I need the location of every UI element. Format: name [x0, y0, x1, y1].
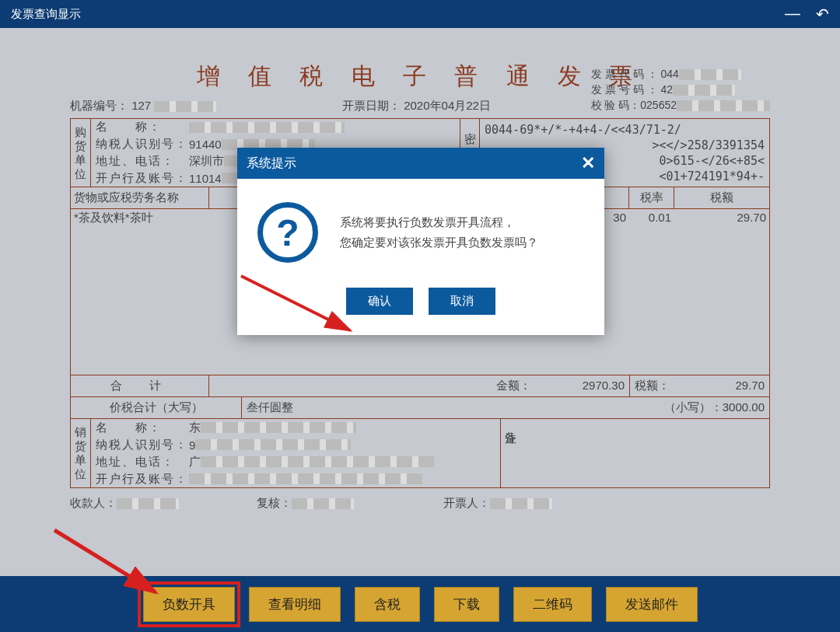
item-tax: 29.70 [674, 209, 769, 227]
seller-name-label: 名 称： [96, 421, 189, 435]
col-rate: 税率 [629, 187, 674, 208]
total-small-value: 3000.00 [723, 400, 765, 414]
seller-bank-label: 开户行及账号： [96, 472, 189, 487]
download-button[interactable]: 下载 [434, 587, 499, 622]
buyer-side: 购货单位 [71, 119, 91, 187]
total-cn: 叁仟圆整 [242, 397, 567, 418]
item-rate: 0.01 [629, 209, 674, 227]
dialog-line2: 您确定要对该张发票开具负数发票吗？ [340, 232, 538, 253]
num-value: 42 [661, 83, 674, 96]
sum-tax: 29.70 [674, 375, 769, 396]
tax-button[interactable]: 含税 [355, 587, 420, 622]
dialog-line1: 系统将要执行负数发票开具流程， [340, 212, 538, 232]
code-label: 发票代码： [591, 68, 661, 80]
qrcode-button[interactable]: 二维码 [513, 587, 592, 622]
date-label: 开票日期： [342, 99, 401, 112]
seller-addr-label: 地址、电话： [96, 455, 189, 470]
cancel-button[interactable]: 取消 [429, 288, 495, 315]
review-label: 复核： [257, 496, 292, 509]
total-small-label: （小写）： [664, 400, 723, 414]
view-detail-button[interactable]: 查看明细 [249, 587, 341, 622]
footer-bar: 负数开具 查看明细 含税 下载 二维码 发送邮件 [0, 576, 840, 632]
back-icon[interactable]: ↶ [816, 5, 829, 23]
dialog-title: 系统提示 [247, 155, 296, 172]
close-icon[interactable]: ✕ [581, 153, 595, 173]
machine-value: 127 [131, 99, 151, 112]
buyer-addr-label: 地址、电话： [96, 154, 189, 169]
sum-amount-label: 金额： [496, 379, 531, 392]
note-label: 备注 [500, 419, 520, 487]
payee-label: 收款人： [70, 496, 117, 509]
titlebar: 发票查询显示 — ↶ [0, 0, 840, 28]
code-value: 044 [661, 68, 679, 80]
check-label: 校 验 码： [591, 99, 641, 111]
window-title: 发票查询显示 [11, 7, 785, 22]
confirm-button[interactable]: 确认 [346, 288, 413, 315]
buyer-name-label: 名 称： [96, 120, 189, 134]
system-dialog: 系统提示 ✕ ? 系统将要执行负数发票开具流程， 您确定要对该张发票开具负数发票… [237, 148, 604, 335]
sum-amount: 2970.30 [536, 375, 629, 396]
col-tax: 税额 [674, 187, 769, 208]
send-mail-button[interactable]: 发送邮件 [606, 587, 698, 622]
buyer-bank-value: 11014 [189, 172, 222, 185]
buyer-addr-value: 深圳市 [189, 154, 224, 169]
negative-issue-button[interactable]: 负数开具 [143, 587, 235, 622]
col-name: 货物或应税劳务名称 [71, 187, 209, 208]
buyer-taxno-label: 纳税人识别号： [96, 137, 189, 152]
date-value: 2020年04月22日 [404, 99, 491, 112]
buyer-taxno-value: 91440 [189, 138, 222, 151]
seller-side: 销货单位 [71, 419, 91, 487]
question-icon: ? [257, 202, 318, 263]
minimize-icon[interactable]: — [785, 5, 800, 23]
sum-tax-label: 税额： [629, 375, 674, 396]
seller-taxno-label: 纳税人识别号： [96, 438, 189, 452]
buyer-bank-label: 开户行及账号： [96, 171, 189, 186]
meta-row: 机器编号： 127 开票日期： 2020年04月22日 发票代码：044 发票号… [70, 99, 770, 113]
num-label: 发票号码： [591, 83, 661, 96]
check-value: 025652 [640, 99, 677, 111]
machine-label: 机器编号： [70, 99, 128, 112]
signatures: 收款人： 复核： 开票人： [70, 496, 770, 511]
drawer-label: 开票人： [443, 496, 490, 509]
total-label: 价税合计（大写） [71, 397, 242, 418]
item-name: *茶及饮料*茶叶 [71, 209, 209, 227]
sum-label: 合 计 [71, 375, 209, 396]
